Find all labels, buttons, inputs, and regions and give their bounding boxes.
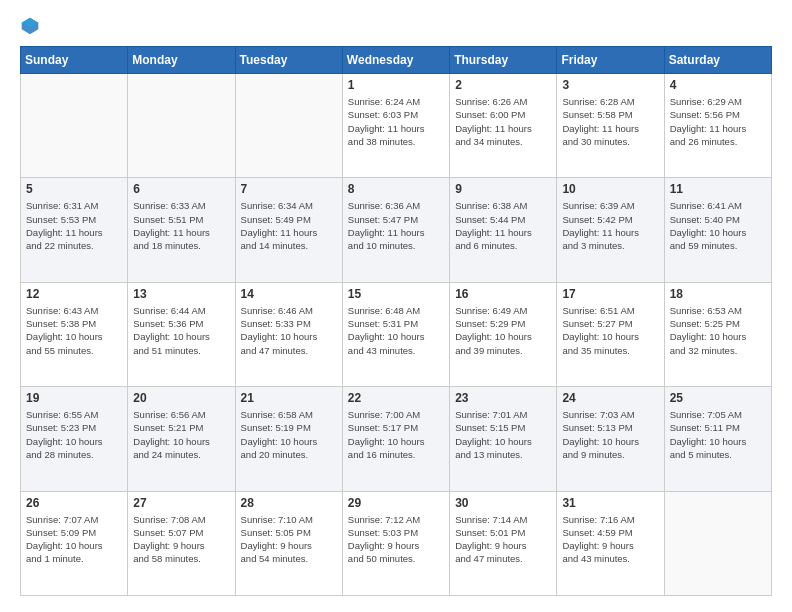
day-number: 21 xyxy=(241,391,337,405)
day-info: Sunrise: 7:03 AM Sunset: 5:13 PM Dayligh… xyxy=(562,408,658,461)
day-number: 15 xyxy=(348,287,444,301)
day-info: Sunrise: 7:05 AM Sunset: 5:11 PM Dayligh… xyxy=(670,408,766,461)
day-cell: 12Sunrise: 6:43 AM Sunset: 5:38 PM Dayli… xyxy=(21,282,128,386)
week-row: 19Sunrise: 6:55 AM Sunset: 5:23 PM Dayli… xyxy=(21,387,772,491)
day-info: Sunrise: 6:44 AM Sunset: 5:36 PM Dayligh… xyxy=(133,304,229,357)
day-cell: 30Sunrise: 7:14 AM Sunset: 5:01 PM Dayli… xyxy=(450,491,557,595)
day-cell: 19Sunrise: 6:55 AM Sunset: 5:23 PM Dayli… xyxy=(21,387,128,491)
day-info: Sunrise: 6:46 AM Sunset: 5:33 PM Dayligh… xyxy=(241,304,337,357)
day-cell: 21Sunrise: 6:58 AM Sunset: 5:19 PM Dayli… xyxy=(235,387,342,491)
day-number: 31 xyxy=(562,496,658,510)
week-row: 26Sunrise: 7:07 AM Sunset: 5:09 PM Dayli… xyxy=(21,491,772,595)
day-number: 14 xyxy=(241,287,337,301)
day-number: 19 xyxy=(26,391,122,405)
day-number: 10 xyxy=(562,182,658,196)
day-info: Sunrise: 6:34 AM Sunset: 5:49 PM Dayligh… xyxy=(241,199,337,252)
day-number: 30 xyxy=(455,496,551,510)
day-header: Monday xyxy=(128,47,235,74)
day-cell: 29Sunrise: 7:12 AM Sunset: 5:03 PM Dayli… xyxy=(342,491,449,595)
day-cell xyxy=(664,491,771,595)
day-cell xyxy=(235,74,342,178)
page: SundayMondayTuesdayWednesdayThursdayFrid… xyxy=(0,0,792,612)
day-number: 11 xyxy=(670,182,766,196)
calendar-table: SundayMondayTuesdayWednesdayThursdayFrid… xyxy=(20,46,772,596)
day-cell: 8Sunrise: 6:36 AM Sunset: 5:47 PM Daylig… xyxy=(342,178,449,282)
day-info: Sunrise: 6:55 AM Sunset: 5:23 PM Dayligh… xyxy=(26,408,122,461)
day-info: Sunrise: 7:14 AM Sunset: 5:01 PM Dayligh… xyxy=(455,513,551,566)
day-number: 16 xyxy=(455,287,551,301)
day-info: Sunrise: 7:12 AM Sunset: 5:03 PM Dayligh… xyxy=(348,513,444,566)
day-number: 8 xyxy=(348,182,444,196)
header xyxy=(20,16,772,36)
day-number: 1 xyxy=(348,78,444,92)
logo-icon xyxy=(20,16,40,36)
day-info: Sunrise: 6:28 AM Sunset: 5:58 PM Dayligh… xyxy=(562,95,658,148)
day-header: Saturday xyxy=(664,47,771,74)
day-number: 25 xyxy=(670,391,766,405)
day-number: 22 xyxy=(348,391,444,405)
header-row: SundayMondayTuesdayWednesdayThursdayFrid… xyxy=(21,47,772,74)
day-info: Sunrise: 6:51 AM Sunset: 5:27 PM Dayligh… xyxy=(562,304,658,357)
day-info: Sunrise: 6:29 AM Sunset: 5:56 PM Dayligh… xyxy=(670,95,766,148)
day-cell: 7Sunrise: 6:34 AM Sunset: 5:49 PM Daylig… xyxy=(235,178,342,282)
day-number: 12 xyxy=(26,287,122,301)
day-cell: 1Sunrise: 6:24 AM Sunset: 6:03 PM Daylig… xyxy=(342,74,449,178)
day-cell xyxy=(128,74,235,178)
day-cell: 18Sunrise: 6:53 AM Sunset: 5:25 PM Dayli… xyxy=(664,282,771,386)
day-cell: 10Sunrise: 6:39 AM Sunset: 5:42 PM Dayli… xyxy=(557,178,664,282)
day-info: Sunrise: 6:33 AM Sunset: 5:51 PM Dayligh… xyxy=(133,199,229,252)
day-info: Sunrise: 7:01 AM Sunset: 5:15 PM Dayligh… xyxy=(455,408,551,461)
day-cell: 22Sunrise: 7:00 AM Sunset: 5:17 PM Dayli… xyxy=(342,387,449,491)
day-number: 28 xyxy=(241,496,337,510)
day-info: Sunrise: 6:24 AM Sunset: 6:03 PM Dayligh… xyxy=(348,95,444,148)
day-number: 13 xyxy=(133,287,229,301)
day-number: 18 xyxy=(670,287,766,301)
day-info: Sunrise: 6:41 AM Sunset: 5:40 PM Dayligh… xyxy=(670,199,766,252)
day-number: 2 xyxy=(455,78,551,92)
day-number: 7 xyxy=(241,182,337,196)
day-cell: 2Sunrise: 6:26 AM Sunset: 6:00 PM Daylig… xyxy=(450,74,557,178)
day-number: 9 xyxy=(455,182,551,196)
day-cell: 11Sunrise: 6:41 AM Sunset: 5:40 PM Dayli… xyxy=(664,178,771,282)
day-header: Sunday xyxy=(21,47,128,74)
day-info: Sunrise: 6:38 AM Sunset: 5:44 PM Dayligh… xyxy=(455,199,551,252)
day-number: 20 xyxy=(133,391,229,405)
day-number: 27 xyxy=(133,496,229,510)
day-cell: 27Sunrise: 7:08 AM Sunset: 5:07 PM Dayli… xyxy=(128,491,235,595)
day-info: Sunrise: 6:48 AM Sunset: 5:31 PM Dayligh… xyxy=(348,304,444,357)
day-info: Sunrise: 6:56 AM Sunset: 5:21 PM Dayligh… xyxy=(133,408,229,461)
day-cell: 4Sunrise: 6:29 AM Sunset: 5:56 PM Daylig… xyxy=(664,74,771,178)
day-info: Sunrise: 7:10 AM Sunset: 5:05 PM Dayligh… xyxy=(241,513,337,566)
day-cell xyxy=(21,74,128,178)
day-info: Sunrise: 7:08 AM Sunset: 5:07 PM Dayligh… xyxy=(133,513,229,566)
day-info: Sunrise: 6:36 AM Sunset: 5:47 PM Dayligh… xyxy=(348,199,444,252)
day-info: Sunrise: 7:07 AM Sunset: 5:09 PM Dayligh… xyxy=(26,513,122,566)
day-header: Tuesday xyxy=(235,47,342,74)
day-info: Sunrise: 7:00 AM Sunset: 5:17 PM Dayligh… xyxy=(348,408,444,461)
day-cell: 20Sunrise: 6:56 AM Sunset: 5:21 PM Dayli… xyxy=(128,387,235,491)
day-number: 17 xyxy=(562,287,658,301)
day-number: 5 xyxy=(26,182,122,196)
day-info: Sunrise: 6:53 AM Sunset: 5:25 PM Dayligh… xyxy=(670,304,766,357)
day-number: 24 xyxy=(562,391,658,405)
day-info: Sunrise: 6:31 AM Sunset: 5:53 PM Dayligh… xyxy=(26,199,122,252)
day-cell: 23Sunrise: 7:01 AM Sunset: 5:15 PM Dayli… xyxy=(450,387,557,491)
day-cell: 17Sunrise: 6:51 AM Sunset: 5:27 PM Dayli… xyxy=(557,282,664,386)
day-cell: 24Sunrise: 7:03 AM Sunset: 5:13 PM Dayli… xyxy=(557,387,664,491)
week-row: 1Sunrise: 6:24 AM Sunset: 6:03 PM Daylig… xyxy=(21,74,772,178)
day-number: 6 xyxy=(133,182,229,196)
day-cell: 6Sunrise: 6:33 AM Sunset: 5:51 PM Daylig… xyxy=(128,178,235,282)
day-cell: 25Sunrise: 7:05 AM Sunset: 5:11 PM Dayli… xyxy=(664,387,771,491)
day-info: Sunrise: 6:26 AM Sunset: 6:00 PM Dayligh… xyxy=(455,95,551,148)
day-info: Sunrise: 6:39 AM Sunset: 5:42 PM Dayligh… xyxy=(562,199,658,252)
day-info: Sunrise: 6:49 AM Sunset: 5:29 PM Dayligh… xyxy=(455,304,551,357)
week-row: 12Sunrise: 6:43 AM Sunset: 5:38 PM Dayli… xyxy=(21,282,772,386)
day-number: 23 xyxy=(455,391,551,405)
day-cell: 14Sunrise: 6:46 AM Sunset: 5:33 PM Dayli… xyxy=(235,282,342,386)
day-cell: 16Sunrise: 6:49 AM Sunset: 5:29 PM Dayli… xyxy=(450,282,557,386)
day-cell: 15Sunrise: 6:48 AM Sunset: 5:31 PM Dayli… xyxy=(342,282,449,386)
week-row: 5Sunrise: 6:31 AM Sunset: 5:53 PM Daylig… xyxy=(21,178,772,282)
day-header: Wednesday xyxy=(342,47,449,74)
day-info: Sunrise: 6:58 AM Sunset: 5:19 PM Dayligh… xyxy=(241,408,337,461)
day-number: 29 xyxy=(348,496,444,510)
